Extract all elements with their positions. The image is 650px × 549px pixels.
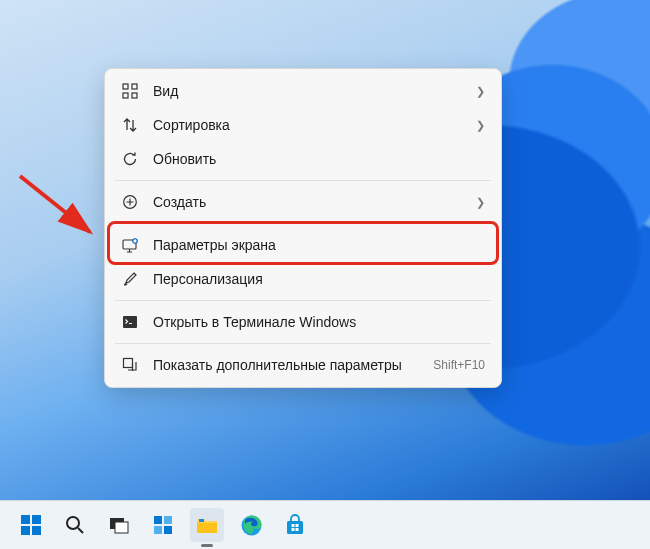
svg-rect-17 bbox=[154, 516, 162, 524]
menu-item-refresh[interactable]: Обновить bbox=[111, 142, 495, 176]
svg-rect-18 bbox=[164, 516, 172, 524]
menu-label: Показать дополнительные параметры bbox=[153, 357, 425, 373]
menu-label: Вид bbox=[153, 83, 468, 99]
taskbar bbox=[0, 500, 650, 549]
menu-item-open-terminal[interactable]: Открыть в Терминале Windows bbox=[111, 305, 495, 339]
menu-separator bbox=[115, 300, 491, 301]
menu-item-display-settings[interactable]: Параметры экрана bbox=[111, 228, 495, 262]
menu-separator bbox=[115, 343, 491, 344]
svg-rect-26 bbox=[296, 524, 299, 527]
menu-item-personalize[interactable]: Персонализация bbox=[111, 262, 495, 296]
widgets-button[interactable] bbox=[146, 508, 180, 542]
svg-rect-4 bbox=[132, 93, 137, 98]
edge-button[interactable] bbox=[234, 508, 268, 542]
svg-rect-16 bbox=[115, 522, 128, 533]
file-explorer-button[interactable] bbox=[190, 508, 224, 542]
refresh-icon bbox=[121, 150, 139, 168]
menu-label: Персонализация bbox=[153, 271, 485, 287]
annotation-arrow bbox=[16, 168, 100, 248]
menu-label: Обновить bbox=[153, 151, 485, 167]
svg-rect-27 bbox=[292, 528, 295, 531]
start-button[interactable] bbox=[14, 508, 48, 542]
menu-shortcut: Shift+F10 bbox=[433, 358, 485, 372]
sort-icon bbox=[121, 116, 139, 134]
search-button[interactable] bbox=[58, 508, 92, 542]
chevron-right-icon: ❯ bbox=[476, 119, 485, 132]
more-options-icon bbox=[121, 356, 139, 374]
menu-separator bbox=[115, 223, 491, 224]
menu-label: Сортировка bbox=[153, 117, 468, 133]
svg-rect-12 bbox=[21, 526, 30, 535]
menu-label: Создать bbox=[153, 194, 468, 210]
chevron-right-icon: ❯ bbox=[476, 85, 485, 98]
paintbrush-icon bbox=[121, 270, 139, 288]
svg-rect-20 bbox=[164, 526, 172, 534]
svg-rect-24 bbox=[287, 521, 303, 534]
menu-item-more-options[interactable]: Показать дополнительные параметры Shift+… bbox=[111, 348, 495, 382]
menu-item-sort[interactable]: Сортировка ❯ bbox=[111, 108, 495, 142]
desktop-context-menu: Вид ❯ Сортировка ❯ Обновить bbox=[104, 68, 502, 388]
svg-point-14 bbox=[67, 517, 79, 529]
menu-label: Параметры экрана bbox=[153, 237, 485, 253]
svg-line-0 bbox=[20, 176, 90, 232]
svg-rect-8 bbox=[123, 316, 137, 328]
menu-label: Открыть в Терминале Windows bbox=[153, 314, 485, 330]
display-settings-icon bbox=[121, 236, 139, 254]
svg-point-7 bbox=[132, 238, 136, 242]
svg-rect-21 bbox=[197, 523, 217, 533]
plus-circle-icon bbox=[121, 193, 139, 211]
task-view-button[interactable] bbox=[102, 508, 136, 542]
view-icon bbox=[121, 82, 139, 100]
terminal-icon bbox=[121, 313, 139, 331]
svg-rect-9 bbox=[124, 359, 133, 368]
store-button[interactable] bbox=[278, 508, 312, 542]
desktop[interactable]: Вид ❯ Сортировка ❯ Обновить bbox=[0, 0, 650, 549]
svg-rect-28 bbox=[296, 528, 299, 531]
svg-rect-1 bbox=[123, 84, 128, 89]
svg-rect-13 bbox=[32, 526, 41, 535]
menu-item-view[interactable]: Вид ❯ bbox=[111, 74, 495, 108]
svg-rect-2 bbox=[132, 84, 137, 89]
svg-rect-19 bbox=[154, 526, 162, 534]
menu-separator bbox=[115, 180, 491, 181]
menu-item-new[interactable]: Создать ❯ bbox=[111, 185, 495, 219]
svg-rect-11 bbox=[32, 515, 41, 524]
svg-rect-25 bbox=[292, 524, 295, 527]
svg-rect-22 bbox=[199, 519, 204, 522]
svg-rect-10 bbox=[21, 515, 30, 524]
svg-rect-3 bbox=[123, 93, 128, 98]
chevron-right-icon: ❯ bbox=[476, 196, 485, 209]
